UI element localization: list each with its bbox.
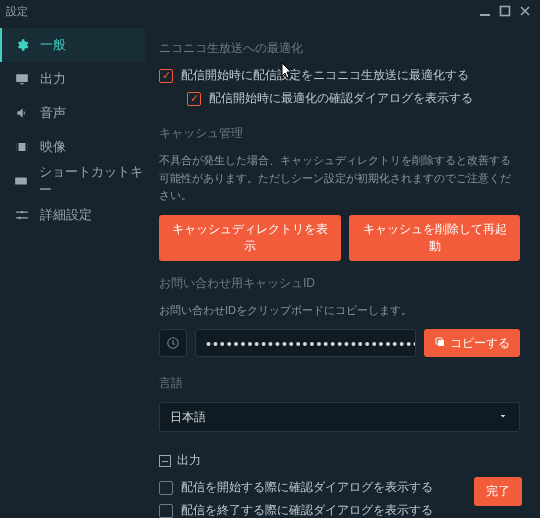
checkbox-row-optimize-confirm[interactable]: 配信開始時に最適化の確認ダイアログを表示する: [187, 90, 520, 107]
section-title-lang: 言語: [159, 375, 520, 392]
collapse-icon[interactable]: [159, 455, 171, 467]
svg-rect-2: [16, 74, 28, 82]
checkbox-label: 配信を開始する際に確認ダイアログを表示する: [181, 479, 433, 496]
titlebar: 設定: [0, 0, 540, 22]
sliders-icon: [14, 208, 30, 222]
keyboard-icon: [14, 174, 29, 188]
copy-icon: [434, 336, 446, 351]
checkbox-label: 配信開始時に最適化の確認ダイアログを表示する: [209, 90, 473, 107]
sidebar: 一般 出力 音声 映像 ショートカットキー: [0, 22, 145, 518]
sidebar-item-label: 映像: [40, 138, 66, 156]
content-panel: ニコニコ生放送への最適化 配信開始時に配信設定をニコニコ生放送に最適化する 配信…: [145, 22, 540, 518]
svg-rect-6: [26, 143, 28, 151]
svg-rect-1: [501, 7, 510, 16]
checkbox-row-end-confirm[interactable]: 配信を終了する際に確認ダイアログを表示する: [159, 502, 520, 518]
language-select[interactable]: 日本語: [159, 402, 520, 432]
sidebar-item-label: 一般: [40, 36, 66, 54]
section-title-optimize: ニコニコ生放送への最適化: [159, 40, 520, 57]
checkbox-empty-icon[interactable]: [159, 481, 173, 495]
sidebar-item-output[interactable]: 出力: [0, 62, 145, 96]
checkbox-checked-icon[interactable]: [187, 92, 201, 106]
film-icon: [14, 140, 30, 154]
sidebar-item-label: ショートカットキー: [39, 163, 145, 199]
sidebar-item-advanced[interactable]: 詳細設定: [0, 198, 145, 232]
sidebar-item-label: 出力: [40, 70, 66, 88]
svg-rect-5: [17, 143, 19, 151]
checkbox-checked-icon[interactable]: [159, 69, 173, 83]
svg-rect-7: [15, 178, 27, 185]
chevron-down-icon: [497, 410, 509, 425]
minimize-button[interactable]: [476, 2, 494, 20]
monitor-icon: [14, 72, 30, 86]
checkbox-empty-icon[interactable]: [159, 504, 173, 518]
output-heading[interactable]: 出力: [159, 452, 520, 469]
section-title-cache: キャッシュ管理: [159, 125, 520, 142]
close-button[interactable]: [516, 2, 534, 20]
gear-icon: [14, 38, 30, 52]
svg-rect-3: [20, 83, 24, 84]
section-title-cacheid: お問い合わせ用キャッシュID: [159, 275, 520, 292]
checkbox-row-optimize[interactable]: 配信開始時に配信設定をニコニコ生放送に最適化する: [159, 67, 520, 84]
copy-button[interactable]: コピーする: [424, 329, 520, 357]
output-heading-label: 出力: [177, 452, 201, 469]
svg-rect-9: [438, 340, 444, 346]
volume-icon: [14, 106, 30, 120]
cacheid-description: お問い合わせIDをクリップボードにコピーします。: [159, 302, 520, 320]
sidebar-item-audio[interactable]: 音声: [0, 96, 145, 130]
copy-label: コピーする: [450, 335, 510, 352]
checkbox-row-start-confirm[interactable]: 配信を開始する際に確認ダイアログを表示する: [159, 479, 520, 496]
checkbox-label: 配信開始時に配信設定をニコニコ生放送に最適化する: [181, 67, 469, 84]
language-value: 日本語: [170, 409, 206, 426]
done-button[interactable]: 完了: [474, 477, 522, 506]
maximize-button[interactable]: [496, 2, 514, 20]
sidebar-item-general[interactable]: 一般: [0, 28, 145, 62]
checkbox-label: 配信を終了する際に確認ダイアログを表示する: [181, 502, 433, 518]
clear-cache-button[interactable]: キャッシュを削除して再起動: [349, 215, 520, 261]
id-icon: [159, 329, 187, 357]
sidebar-item-video[interactable]: 映像: [0, 130, 145, 164]
sidebar-item-hotkeys[interactable]: ショートカットキー: [0, 164, 145, 198]
cacheid-field[interactable]: •••••••••••••••••••••••••••••••: [195, 329, 416, 357]
cache-description: 不具合が発生した場合、キャッシュディレクトリを削除すると改善する可能性があります…: [159, 152, 520, 205]
window-title: 設定: [6, 4, 28, 19]
svg-rect-0: [480, 14, 490, 16]
show-cache-button[interactable]: キャッシュディレクトリを表示: [159, 215, 341, 261]
sidebar-item-label: 音声: [40, 104, 66, 122]
sidebar-item-label: 詳細設定: [40, 206, 92, 224]
